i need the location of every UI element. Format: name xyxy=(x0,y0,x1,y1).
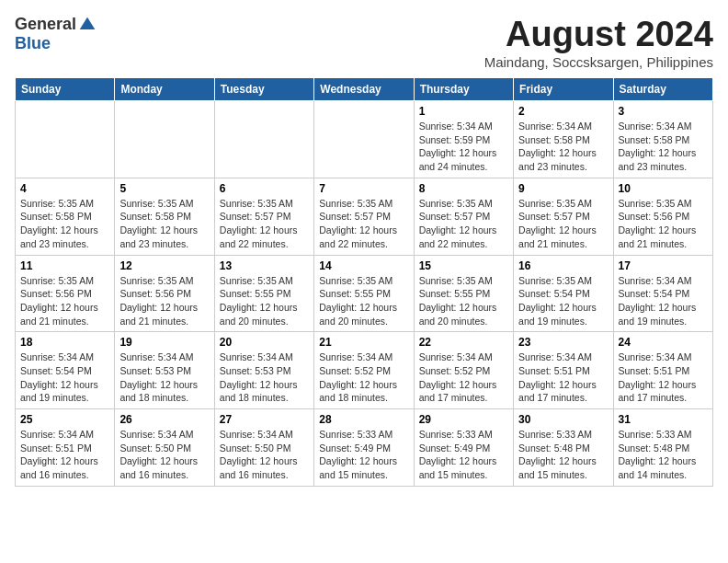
calendar-day-cell xyxy=(115,101,214,178)
day-number: 6 xyxy=(220,182,309,195)
logo-general-text: General xyxy=(15,15,76,34)
day-info: Sunrise: 5:33 AM Sunset: 5:49 PM Dayligh… xyxy=(419,428,508,482)
svg-marker-0 xyxy=(80,17,96,29)
day-number: 8 xyxy=(419,182,508,195)
calendar-day-header: Tuesday xyxy=(214,78,313,101)
calendar-day-cell: 2Sunrise: 5:34 AM Sunset: 5:58 PM Daylig… xyxy=(514,101,613,178)
calendar-day-cell: 12Sunrise: 5:35 AM Sunset: 5:56 PM Dayli… xyxy=(115,255,214,332)
calendar-day-cell: 7Sunrise: 5:35 AM Sunset: 5:57 PM Daylig… xyxy=(314,178,414,255)
day-number: 9 xyxy=(518,182,608,195)
day-number: 20 xyxy=(220,336,309,349)
day-number: 15 xyxy=(419,259,508,272)
day-number: 12 xyxy=(119,259,209,272)
calendar-day-cell: 3Sunrise: 5:34 AM Sunset: 5:58 PM Daylig… xyxy=(613,101,712,178)
calendar-day-cell: 21Sunrise: 5:34 AM Sunset: 5:52 PM Dayli… xyxy=(314,332,414,409)
day-number: 23 xyxy=(518,336,608,349)
calendar-day-cell: 16Sunrise: 5:35 AM Sunset: 5:54 PM Dayli… xyxy=(514,255,613,332)
calendar-day-cell: 8Sunrise: 5:35 AM Sunset: 5:57 PM Daylig… xyxy=(414,178,513,255)
day-number: 28 xyxy=(319,413,408,426)
title-block: August 2024 Maindang, Soccsksargen, Phil… xyxy=(484,15,713,70)
day-number: 30 xyxy=(518,413,608,426)
calendar-day-cell: 25Sunrise: 5:34 AM Sunset: 5:51 PM Dayli… xyxy=(16,409,115,487)
calendar-day-cell: 26Sunrise: 5:34 AM Sunset: 5:50 PM Dayli… xyxy=(115,409,214,487)
calendar-day-cell: 18Sunrise: 5:34 AM Sunset: 5:54 PM Dayli… xyxy=(16,332,115,409)
calendar-day-cell: 20Sunrise: 5:34 AM Sunset: 5:53 PM Dayli… xyxy=(214,332,313,409)
day-info: Sunrise: 5:34 AM Sunset: 5:53 PM Dayligh… xyxy=(220,350,309,405)
calendar-day-cell xyxy=(16,101,115,178)
day-number: 2 xyxy=(518,105,608,118)
calendar-day-header: Wednesday xyxy=(314,78,414,101)
day-number: 1 xyxy=(419,105,508,118)
calendar-day-cell: 13Sunrise: 5:35 AM Sunset: 5:55 PM Dayli… xyxy=(214,255,313,332)
day-info: Sunrise: 5:34 AM Sunset: 5:58 PM Dayligh… xyxy=(518,120,608,174)
day-info: Sunrise: 5:35 AM Sunset: 5:58 PM Dayligh… xyxy=(20,197,109,251)
day-info: Sunrise: 5:34 AM Sunset: 5:50 PM Dayligh… xyxy=(119,428,209,482)
calendar-week-row: 25Sunrise: 5:34 AM Sunset: 5:51 PM Dayli… xyxy=(16,409,713,487)
calendar-day-cell: 23Sunrise: 5:34 AM Sunset: 5:51 PM Dayli… xyxy=(514,332,613,409)
calendar-day-cell: 19Sunrise: 5:34 AM Sunset: 5:53 PM Dayli… xyxy=(115,332,214,409)
logo-icon xyxy=(78,16,97,34)
day-info: Sunrise: 5:35 AM Sunset: 5:57 PM Dayligh… xyxy=(319,197,408,251)
calendar-day-cell: 24Sunrise: 5:34 AM Sunset: 5:51 PM Dayli… xyxy=(613,332,712,409)
calendar-table: SundayMondayTuesdayWednesdayThursdayFrid… xyxy=(15,77,713,487)
calendar-day-cell xyxy=(214,101,313,178)
calendar-day-cell: 31Sunrise: 5:33 AM Sunset: 5:48 PM Dayli… xyxy=(613,409,712,487)
day-info: Sunrise: 5:35 AM Sunset: 5:56 PM Dayligh… xyxy=(119,274,209,328)
calendar-day-cell: 5Sunrise: 5:35 AM Sunset: 5:58 PM Daylig… xyxy=(115,178,214,255)
calendar-day-header: Saturday xyxy=(613,78,712,101)
day-info: Sunrise: 5:34 AM Sunset: 5:53 PM Dayligh… xyxy=(119,350,209,405)
day-number: 5 xyxy=(119,182,209,195)
calendar-day-cell: 4Sunrise: 5:35 AM Sunset: 5:58 PM Daylig… xyxy=(16,178,115,255)
day-info: Sunrise: 5:34 AM Sunset: 5:54 PM Dayligh… xyxy=(20,350,109,405)
calendar-day-cell: 10Sunrise: 5:35 AM Sunset: 5:56 PM Dayli… xyxy=(613,178,712,255)
day-info: Sunrise: 5:35 AM Sunset: 5:57 PM Dayligh… xyxy=(518,197,608,251)
calendar-day-cell: 6Sunrise: 5:35 AM Sunset: 5:57 PM Daylig… xyxy=(214,178,313,255)
day-number: 22 xyxy=(419,336,508,349)
page-header: General Blue August 2024 Maindang, Soccs… xyxy=(15,15,713,70)
day-number: 19 xyxy=(119,336,209,349)
calendar-day-cell: 15Sunrise: 5:35 AM Sunset: 5:55 PM Dayli… xyxy=(414,255,513,332)
day-number: 3 xyxy=(619,105,708,118)
calendar-day-cell xyxy=(314,101,414,178)
day-info: Sunrise: 5:35 AM Sunset: 5:56 PM Dayligh… xyxy=(20,274,109,328)
day-info: Sunrise: 5:35 AM Sunset: 5:57 PM Dayligh… xyxy=(220,197,309,251)
day-info: Sunrise: 5:33 AM Sunset: 5:48 PM Dayligh… xyxy=(518,428,608,482)
day-info: Sunrise: 5:34 AM Sunset: 5:52 PM Dayligh… xyxy=(419,350,508,405)
calendar-day-cell: 30Sunrise: 5:33 AM Sunset: 5:48 PM Dayli… xyxy=(514,409,613,487)
calendar-header-row: SundayMondayTuesdayWednesdayThursdayFrid… xyxy=(16,78,713,101)
calendar-day-cell: 29Sunrise: 5:33 AM Sunset: 5:49 PM Dayli… xyxy=(414,409,513,487)
day-info: Sunrise: 5:34 AM Sunset: 5:52 PM Dayligh… xyxy=(319,350,408,405)
day-number: 26 xyxy=(119,413,209,426)
day-info: Sunrise: 5:34 AM Sunset: 5:51 PM Dayligh… xyxy=(518,350,608,405)
calendar-day-cell: 27Sunrise: 5:34 AM Sunset: 5:50 PM Dayli… xyxy=(214,409,313,487)
day-info: Sunrise: 5:35 AM Sunset: 5:57 PM Dayligh… xyxy=(419,197,508,251)
calendar-day-cell: 22Sunrise: 5:34 AM Sunset: 5:52 PM Dayli… xyxy=(414,332,513,409)
day-number: 14 xyxy=(319,259,408,272)
calendar-day-cell: 14Sunrise: 5:35 AM Sunset: 5:55 PM Dayli… xyxy=(314,255,414,332)
day-number: 21 xyxy=(319,336,408,349)
day-number: 13 xyxy=(220,259,309,272)
day-number: 31 xyxy=(619,413,708,426)
calendar-day-header: Monday xyxy=(115,78,214,101)
day-number: 7 xyxy=(319,182,408,195)
calendar-week-row: 4Sunrise: 5:35 AM Sunset: 5:58 PM Daylig… xyxy=(16,178,713,255)
calendar-day-header: Sunday xyxy=(16,78,115,101)
day-number: 4 xyxy=(20,182,109,195)
day-number: 16 xyxy=(518,259,608,272)
calendar-week-row: 1Sunrise: 5:34 AM Sunset: 5:59 PM Daylig… xyxy=(16,101,713,178)
day-info: Sunrise: 5:34 AM Sunset: 5:51 PM Dayligh… xyxy=(20,428,109,482)
day-number: 29 xyxy=(419,413,508,426)
calendar-day-cell: 17Sunrise: 5:34 AM Sunset: 5:54 PM Dayli… xyxy=(613,255,712,332)
day-number: 10 xyxy=(619,182,708,195)
day-number: 11 xyxy=(20,259,109,272)
calendar-day-cell: 28Sunrise: 5:33 AM Sunset: 5:49 PM Dayli… xyxy=(314,409,414,487)
calendar-day-cell: 1Sunrise: 5:34 AM Sunset: 5:59 PM Daylig… xyxy=(414,101,513,178)
day-info: Sunrise: 5:34 AM Sunset: 5:59 PM Dayligh… xyxy=(419,120,508,174)
day-info: Sunrise: 5:35 AM Sunset: 5:55 PM Dayligh… xyxy=(419,274,508,328)
calendar-day-cell: 9Sunrise: 5:35 AM Sunset: 5:57 PM Daylig… xyxy=(514,178,613,255)
day-number: 25 xyxy=(20,413,109,426)
day-info: Sunrise: 5:35 AM Sunset: 5:56 PM Dayligh… xyxy=(619,197,708,251)
logo: General Blue xyxy=(15,15,97,53)
day-number: 27 xyxy=(220,413,309,426)
day-info: Sunrise: 5:35 AM Sunset: 5:54 PM Dayligh… xyxy=(518,274,608,328)
